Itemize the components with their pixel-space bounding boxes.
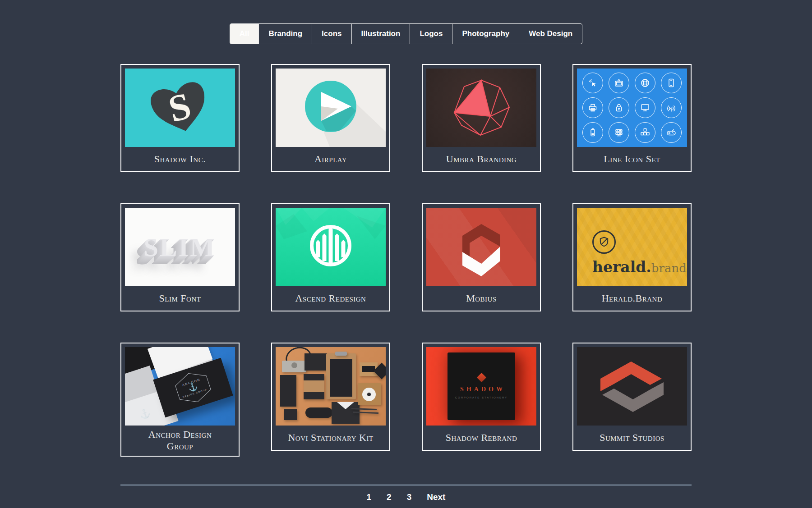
- printer-icon: [582, 97, 603, 118]
- project-title: Anchor Design Group: [125, 426, 235, 456]
- project-title: Shadow Inc.: [125, 147, 235, 171]
- project-card-line-icon-set[interactable]: Line Icon Set: [572, 64, 692, 172]
- tab-all[interactable]: All: [230, 24, 259, 44]
- tab-photography[interactable]: Photography: [452, 24, 519, 44]
- project-title: Mobius: [426, 286, 536, 311]
- anchor-hexagon-badge: ANCHOR ⚓ DESIGN GROUP: [170, 366, 216, 409]
- project-title: Summit Studios: [577, 426, 687, 450]
- glasses-case-shape: [305, 407, 332, 418]
- pagination: 1 2 3 Next: [120, 492, 692, 502]
- project-title: Novi Stationary Kit: [276, 426, 386, 450]
- project-thumbnail: herald.brand: [577, 208, 687, 286]
- project-card-mobius[interactable]: Mobius: [422, 203, 541, 311]
- clipboard-paper-shape: [330, 359, 352, 397]
- polyhedron-wireframe-logo: [426, 69, 536, 147]
- project-title: Umbra Branding: [426, 147, 536, 171]
- project-thumbnail: [426, 69, 536, 147]
- project-card-slim-font[interactable]: SLIM Slim Font: [120, 203, 240, 311]
- notebook-shape: [280, 375, 296, 407]
- herald-wordmark: herald.brand: [592, 258, 687, 276]
- box-inner-shape: [362, 366, 375, 372]
- project-card-summit[interactable]: Summit Studios: [572, 343, 692, 451]
- project-title: Slim Font: [125, 286, 235, 311]
- filter-tab-group: All Branding Icons Illustration Logos Ph…: [230, 23, 582, 44]
- diamond-logo-icon: [476, 373, 486, 382]
- project-thumbnail: [577, 69, 687, 147]
- project-thumbnail: ⚓ ANCHOR ⚓ DESIGN GROUP: [125, 347, 235, 426]
- ribbon-s-logo: [577, 347, 687, 426]
- project-thumbnail: [276, 347, 386, 426]
- server-icon: [609, 122, 629, 143]
- monitor-icon: [635, 97, 655, 118]
- envelope-shape: [304, 353, 327, 371]
- next-page-link[interactable]: Next: [427, 492, 445, 502]
- tab-web-design[interactable]: Web Design: [519, 24, 582, 44]
- blocks-icon: [635, 122, 655, 143]
- tab-branding[interactable]: Branding: [258, 24, 312, 44]
- project-thumbnail: [426, 208, 536, 286]
- project-thumbnail: [276, 208, 386, 286]
- play-button-logo: [276, 69, 386, 147]
- project-thumbnail: SHADOW CORPORATE STATIONERY: [426, 347, 536, 426]
- wifi-signal-icon: [661, 97, 682, 118]
- project-card-airplay[interactable]: Airplay: [271, 64, 390, 172]
- book-subtext: CORPORATE STATIONERY: [455, 396, 508, 399]
- portfolio-grid: S Shadow Inc. Airplay: [120, 64, 692, 457]
- project-title: Airplay: [276, 147, 386, 171]
- notebook-band-shape: [304, 380, 324, 392]
- circle-bars-logo: [276, 208, 386, 286]
- project-card-shadow-inc[interactable]: S Shadow Inc.: [120, 64, 240, 172]
- project-title: Shadow Rebrand: [426, 426, 536, 450]
- herald-logo: herald.brand: [592, 230, 687, 276]
- herald-wordmark-primary: herald.: [592, 258, 651, 276]
- tab-icons[interactable]: Icons: [312, 24, 351, 44]
- slim-3d-wordmark: SLIM: [144, 232, 216, 262]
- shield-badge-icon: [592, 230, 616, 254]
- project-thumbnail: [577, 347, 687, 426]
- filter-bar: All Branding Icons Illustration Logos Ph…: [120, 23, 692, 44]
- project-card-umbra[interactable]: Umbra Branding: [422, 64, 541, 172]
- project-thumbnail: SLIM: [125, 208, 235, 286]
- project-title: Herald.Brand: [577, 286, 687, 311]
- smartphone-icon: [661, 73, 682, 93]
- project-card-ascend[interactable]: Ascend Redesign: [271, 203, 390, 311]
- project-thumbnail: [276, 69, 386, 147]
- page-3-link[interactable]: 3: [407, 492, 412, 502]
- project-card-anchor[interactable]: ⚓ ANCHOR ⚓ DESIGN GROUP Anchor Design Gr…: [120, 343, 240, 457]
- page-2-link[interactable]: 2: [387, 492, 392, 502]
- project-card-novi[interactable]: Novi Stationary Kit: [271, 343, 390, 451]
- tab-logos[interactable]: Logos: [410, 24, 452, 44]
- page-content: All Branding Icons Illustration Logos Ph…: [120, 0, 692, 502]
- cursor-click-icon: [582, 73, 603, 93]
- folded-ribbon-logo: [426, 208, 536, 286]
- pagination-divider: [120, 485, 692, 485]
- tv-icon: [609, 73, 629, 93]
- gamepad-icon: [661, 122, 682, 143]
- project-card-shadow-rebrand[interactable]: SHADOW CORPORATE STATIONERY Shadow Rebra…: [422, 343, 541, 451]
- page-1-link[interactable]: 1: [367, 492, 372, 502]
- black-book: SHADOW CORPORATE STATIONERY: [448, 352, 515, 420]
- clipboard-clip-shape: [335, 352, 347, 356]
- project-card-herald[interactable]: herald.brand Herald.Brand: [572, 203, 692, 311]
- box-shape: [284, 409, 297, 420]
- tab-illustration[interactable]: Illustration: [351, 24, 410, 44]
- padlock-icon: [609, 97, 629, 118]
- book-wordmark: SHADOW: [460, 386, 505, 393]
- project-title: Ascend Redesign: [276, 286, 386, 311]
- heart-s-logo: S: [125, 69, 235, 147]
- project-title: Line Icon Set: [577, 147, 687, 171]
- globe-icon: [635, 73, 655, 93]
- herald-wordmark-secondary: brand: [651, 261, 687, 275]
- project-thumbnail: S: [125, 69, 235, 147]
- battery-icon: [582, 122, 603, 143]
